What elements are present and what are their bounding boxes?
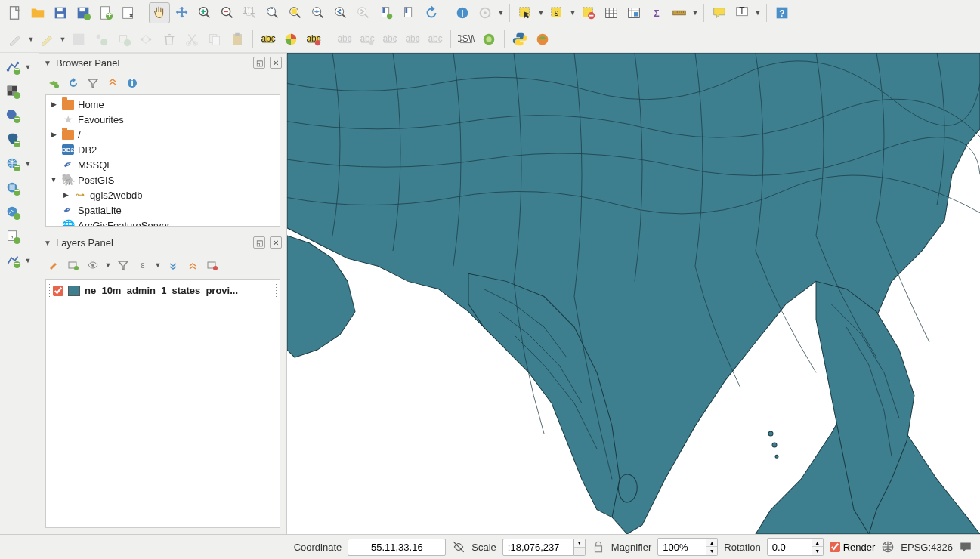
add-delimited-text-button[interactable]: ,+ [2,225,24,248]
show-bookmarks-button[interactable] [398,2,419,23]
zoom-next-button[interactable] [353,2,374,23]
collapse-icon[interactable]: ▼ [44,59,51,67]
current-edits-button[interactable] [5,29,26,50]
zoom-selection-button[interactable] [285,2,306,23]
add-group-icon[interactable] [65,257,82,273]
select-features-button[interactable] [515,2,536,23]
copy-button[interactable] [204,29,225,50]
browser-tree[interactable]: ▶Home★Favourites▶/DB2DB2✒MSSQL▼🐘PostGIS▶… [45,94,280,227]
help-button[interactable]: ? [771,2,793,23]
dropdown-arrow[interactable]: ▼ [24,250,32,271]
browser-item-spatialite[interactable]: ✒SpatiaLite [46,202,280,218]
new-bookmark-button[interactable] [376,2,397,23]
new-shapefile-button[interactable]: + [2,249,24,272]
crs-icon[interactable] [881,540,895,554]
rotation-input[interactable] [767,538,812,556]
pan-map-button[interactable] [149,2,170,23]
dock-button[interactable]: ◱ [253,236,265,249]
zoom-native-button[interactable]: 1:1 [240,2,261,23]
dropdown-arrow[interactable]: ▼ [24,57,32,78]
add-layer-icon[interactable] [45,75,62,91]
dropdown-arrow[interactable]: ▼ [24,153,32,174]
move-feature-button[interactable] [113,29,134,50]
field-calculator-button[interactable] [623,2,645,23]
statistics-button[interactable]: Σ [646,2,667,23]
browser-item-postgis[interactable]: ▼🐘PostGIS [46,172,280,187]
layer-visibility-checkbox[interactable] [53,286,63,296]
expand-all-icon[interactable] [165,257,181,273]
qgis2web-button[interactable] [532,29,553,50]
map-canvas[interactable] [287,53,980,534]
dropdown-arrow[interactable]: ▼ [154,255,162,276]
dropdown-arrow[interactable]: ▼ [497,2,505,23]
spin-up[interactable]: ▲ [812,539,823,547]
highlight-labels-button[interactable]: abc [303,29,324,50]
diagram-button[interactable] [280,29,301,50]
layer-item[interactable]: ne_10m_admin_1_states_provi... [49,283,277,298]
python-console-button[interactable] [509,29,530,50]
node-tool-button[interactable] [136,29,157,50]
collapse-all-icon[interactable] [184,257,201,273]
add-postgis-layer-button[interactable]: + [2,128,24,151]
filter-icon[interactable] [85,75,101,91]
close-button[interactable]: ✕ [270,236,282,249]
dock-button[interactable]: ◱ [253,57,265,69]
messages-icon[interactable] [959,540,972,554]
add-spatialite-layer-button[interactable]: + [2,104,24,127]
zoom-full-button[interactable] [262,2,283,23]
delete-selected-button[interactable] [159,29,180,50]
browser-item-home[interactable]: ▶Home [46,97,280,112]
collapse-all-icon[interactable] [104,75,121,91]
browser-item-qgis2webdb[interactable]: ▶⊶qgis2webdb [46,187,280,202]
add-wms-layer-button[interactable]: + [2,153,24,175]
refresh-button[interactable] [421,2,442,23]
change-label-button[interactable]: abc [425,29,446,50]
identify-button[interactable]: i [452,2,473,23]
refresh-icon[interactable] [65,75,82,91]
paste-button[interactable] [227,29,248,50]
dropdown-arrow[interactable]: ▼ [569,2,577,23]
dropdown-arrow[interactable]: ▼ [754,2,762,23]
composer-manager-button[interactable] [118,2,139,23]
zoom-in-button[interactable] [194,2,215,23]
rotate-label-button[interactable]: abc [402,29,423,50]
dropdown-arrow[interactable]: ▼ [691,2,699,23]
filter-icon[interactable] [115,257,131,273]
browser-item-[interactable]: ▶/ [46,127,280,142]
collapse-icon[interactable]: ▼ [44,239,51,247]
toggle-editing-button[interactable] [36,29,57,50]
metasearch-button[interactable]: CSW [456,29,477,50]
save-as-button[interactable] [73,2,94,23]
expression-icon[interactable]: ε [134,257,151,273]
coordinate-input[interactable] [348,539,446,556]
browser-item-arcgisfeatureserver[interactable]: 🌐ArcGisFeatureServer [46,218,280,227]
new-project-button[interactable] [5,2,26,23]
deselect-button[interactable] [578,2,599,23]
properties-icon[interactable]: i [124,75,141,91]
dropdown-arrow[interactable]: ▼ [537,2,545,23]
open-project-button[interactable] [27,2,48,23]
spin-up[interactable]: ▲ [706,539,717,547]
dropdown-arrow[interactable]: ▼ [27,29,35,50]
close-button[interactable]: ✕ [270,57,282,69]
save-edits-button[interactable] [68,29,89,50]
zoom-out-button[interactable] [217,2,238,23]
open-attribute-table-button[interactable] [601,2,622,23]
magnifier-input[interactable] [657,538,706,556]
scale-dropdown[interactable]: ▼ [574,539,586,556]
add-raster-layer-button[interactable]: + [2,80,24,103]
show-hide-labels-button[interactable]: abc [357,29,378,50]
style-icon[interactable] [45,257,62,273]
measure-button[interactable] [669,2,690,23]
zoom-last-button[interactable] [330,2,351,23]
move-label-button[interactable]: abc [379,29,400,50]
visibility-icon[interactable] [85,257,101,273]
layers-tree[interactable]: ne_10m_admin_1_states_provi... [45,279,280,528]
render-checkbox[interactable]: Render [830,542,876,553]
run-feature-action-button[interactable] [475,2,496,23]
zoom-layer-button[interactable] [308,2,329,23]
osm-button[interactable] [478,29,499,50]
spin-down[interactable]: ▼ [812,547,823,555]
cut-button[interactable] [181,29,202,50]
select-by-expression-button[interactable]: ε [546,2,567,23]
